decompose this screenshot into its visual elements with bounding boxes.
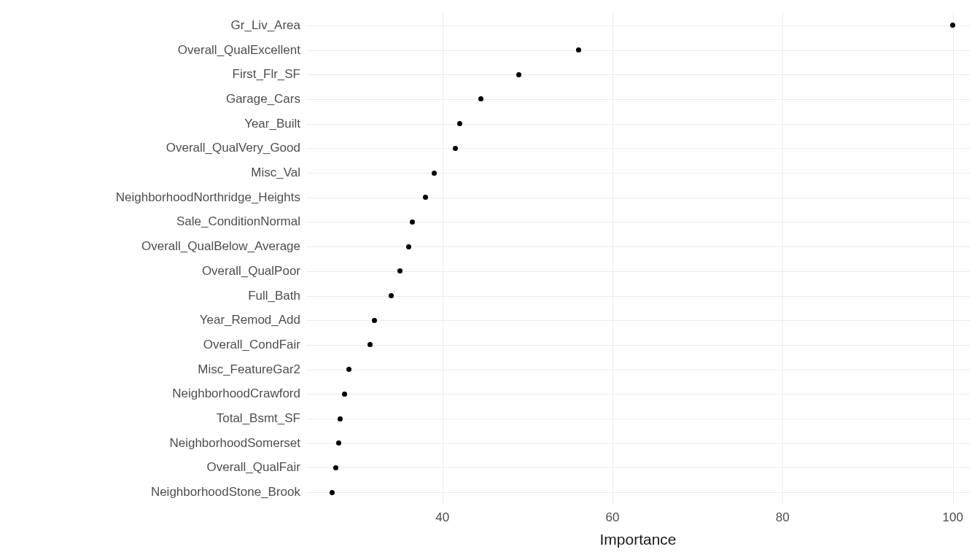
y-tick-label: Garage_Cars: [226, 92, 300, 106]
grid-horizontal: [306, 124, 970, 125]
y-axis: Gr_Liv_AreaOverall_QualExcellentFirst_Fl…: [300, 13, 306, 505]
data-point: [338, 416, 343, 421]
data-point: [453, 146, 458, 151]
grid-vertical: [782, 13, 783, 505]
data-point: [342, 392, 347, 397]
y-tick-label: Sale_ConditionNormal: [176, 214, 300, 229]
x-tick-label: 40: [435, 510, 449, 525]
grid-horizontal: [306, 26, 970, 26]
grid-horizontal: [306, 271, 970, 272]
data-point: [478, 96, 483, 101]
y-tick-label: NeighborhoodStone_Brook: [151, 485, 300, 499]
y-tick-label: Full_Bath: [248, 289, 300, 303]
y-tick-label: Overall_QualVery_Good: [166, 141, 300, 155]
y-tick-label: Total_Bsmt_SF: [217, 411, 300, 426]
x-tick-label: 80: [776, 510, 790, 525]
y-tick-label: Year_Remod_Add: [200, 313, 300, 327]
data-point: [410, 219, 415, 225]
data-point: [389, 293, 394, 298]
grid-horizontal: [306, 370, 970, 370]
data-point: [330, 490, 335, 495]
y-tick-label: NeighborhoodCrawford: [172, 386, 300, 401]
grid-horizontal: [306, 99, 970, 100]
grid-horizontal: [306, 320, 970, 321]
grid-vertical: [612, 13, 613, 505]
variable-importance-dotplot: Gr_Liv_AreaOverall_QualExcellentFirst_Fl…: [0, 0, 980, 560]
grid-horizontal: [306, 50, 970, 51]
x-tick-label: 100: [942, 510, 962, 525]
data-point: [368, 342, 373, 347]
x-tick-label: 60: [606, 510, 620, 525]
grid-vertical: [953, 13, 954, 505]
y-tick-label: Overall_QualExcellent: [178, 43, 300, 58]
grid-horizontal: [306, 467, 970, 468]
data-point: [576, 47, 581, 52]
grid-horizontal: [306, 173, 970, 174]
data-point: [346, 367, 351, 372]
y-tick-label: NeighborhoodSomerset: [169, 436, 300, 451]
data-point: [457, 121, 462, 126]
y-tick-label: Overall_QualPoor: [202, 264, 300, 279]
data-point: [397, 268, 402, 273]
y-tick-label: Misc_Val: [251, 166, 300, 180]
y-tick-label: Year_Built: [244, 117, 300, 131]
grid-horizontal: [306, 394, 970, 394]
grid-horizontal: [306, 148, 970, 149]
grid-horizontal: [306, 492, 970, 493]
data-point: [372, 318, 377, 323]
y-tick-label: Overall_QualBelow_Average: [141, 239, 300, 254]
y-tick-label: Gr_Liv_Area: [231, 18, 300, 33]
data-point: [432, 171, 437, 176]
data-point: [333, 465, 338, 470]
data-point: [516, 72, 521, 77]
data-point: [336, 440, 341, 446]
y-tick-label: Overall_QualFair: [207, 460, 301, 475]
data-point: [423, 195, 428, 200]
grid-horizontal: [306, 419, 970, 419]
y-tick-label: Misc_FeatureGar2: [198, 362, 300, 377]
grid-horizontal: [306, 296, 970, 297]
data-point: [406, 244, 411, 249]
grid-horizontal: [306, 222, 970, 222]
grid-horizontal: [306, 345, 970, 346]
y-tick-label: NeighborhoodNorthridge_Heights: [116, 190, 300, 205]
x-axis-title: Importance: [599, 531, 676, 548]
grid-horizontal: [306, 74, 970, 75]
grid-horizontal: [306, 198, 970, 198]
y-tick-label: Overall_CondFair: [203, 338, 300, 352]
plot-panel: Gr_Liv_AreaOverall_QualExcellentFirst_Fl…: [306, 13, 970, 505]
grid-horizontal: [306, 443, 970, 444]
grid-vertical: [443, 13, 443, 505]
y-tick-label: First_Flr_SF: [233, 67, 301, 82]
data-point: [950, 23, 955, 28]
